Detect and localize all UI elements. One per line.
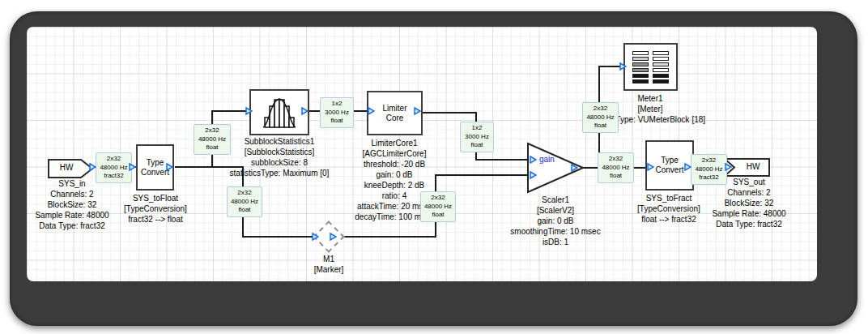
wire-to-scaler-gain-in[interactable] <box>475 159 531 161</box>
type-convert-1-input-pin[interactable] <box>129 163 136 171</box>
sys-out-label: SYS_outChannels: 2BlockSize: 32Sample Ra… <box>700 177 798 229</box>
scaler-signal-input-pin[interactable] <box>530 171 537 179</box>
limiter-core-title-line1: Limiter <box>382 104 406 113</box>
sys-in-label: SYS_inChannels: 2BlockSize: 32Sample Rat… <box>27 178 117 231</box>
subblock-statistics-label: SubblockStatistics1[SubblockStatistics]s… <box>223 136 336 178</box>
meter-block[interactable] <box>623 43 678 91</box>
wire-label-marker-out[interactable]: 2x3248000 Hzfloat <box>420 191 456 222</box>
limiter-input-pin[interactable] <box>368 107 375 115</box>
scaler-output-pin[interactable] <box>571 164 578 172</box>
sys-out-input-pin[interactable] <box>725 163 732 171</box>
limiter-output-pin[interactable] <box>414 107 421 115</box>
type-convert-1-title-line1: Type <box>147 158 164 168</box>
marker-input-pin[interactable] <box>312 233 319 241</box>
subblock-output-pin[interactable] <box>301 107 308 115</box>
wire-label-typeconvert-upper[interactable]: 2x3248000 Hzfloat <box>194 124 231 155</box>
type-convert-1-title-line2: Convert <box>141 168 169 178</box>
wire-label-meter-in[interactable]: 2x3248000 Hzfloat <box>582 102 619 133</box>
designer-canvas[interactable]: SYS_inChannels: 2BlockSize: 32Sample Rat… <box>27 27 817 281</box>
vu-meter-icon <box>632 51 669 84</box>
sys-in-output-pin[interactable] <box>89 163 96 171</box>
wire-label-typeconvert2-out[interactable]: 2x3248000 Hzfract32 <box>691 154 727 185</box>
type-convert-2-input-pin[interactable] <box>647 163 654 171</box>
marker-label: M1[Marker] <box>296 254 361 275</box>
type-convert-2-title-line1: Type <box>661 156 679 165</box>
subblock-statistics-block[interactable] <box>249 89 309 135</box>
wire-label-limiter-out[interactable]: 1x23000 Hzfloat <box>460 122 494 152</box>
sys-tofloat-label: SYS_toFloat[TypeConversion]fract32 --> f… <box>107 193 204 225</box>
type-convert-2-output-pin[interactable] <box>684 163 691 171</box>
wire-label-typeconvert-lower[interactable]: 2x3248000 Hzfloat <box>227 186 262 217</box>
wire-limiter-out[interactable] <box>423 112 476 113</box>
wire-label-subblock-out[interactable]: 1x23000 Hzfloat <box>320 97 354 128</box>
wire-label-scaler-out[interactable]: 2x3248000 Hzfloat <box>598 152 634 183</box>
meter-input-pin[interactable] <box>619 62 627 71</box>
wire-marker-out[interactable] <box>341 236 436 238</box>
histogram-icon <box>261 96 298 130</box>
type-convert-2-title-line2: Convert <box>655 165 683 175</box>
scaler-label: Scaler1[ScalerV2]gain: 0 dBsmoothingTime… <box>499 195 612 247</box>
scaler-gain-pin-label: gain <box>539 155 555 164</box>
subblock-input-pin[interactable] <box>245 107 253 115</box>
limiter-core-title-line2: Core <box>386 113 404 123</box>
wire-to-marker-in[interactable] <box>242 236 318 238</box>
scaler-gain-input-pin[interactable] <box>530 156 537 164</box>
wire-label-sys-in-out[interactable]: 2x3248000 Hzfract32 <box>96 152 132 183</box>
wire-typeconvert-out[interactable] <box>175 166 244 168</box>
wire-to-subblock-in[interactable] <box>211 110 249 112</box>
marker-output-pin[interactable] <box>330 233 337 241</box>
sys-in-title: HW <box>48 163 85 172</box>
sys-out-title: HW <box>734 162 772 171</box>
wire-to-scaler-signal-in[interactable] <box>435 174 531 176</box>
type-convert-1-output-pin[interactable] <box>166 163 173 171</box>
